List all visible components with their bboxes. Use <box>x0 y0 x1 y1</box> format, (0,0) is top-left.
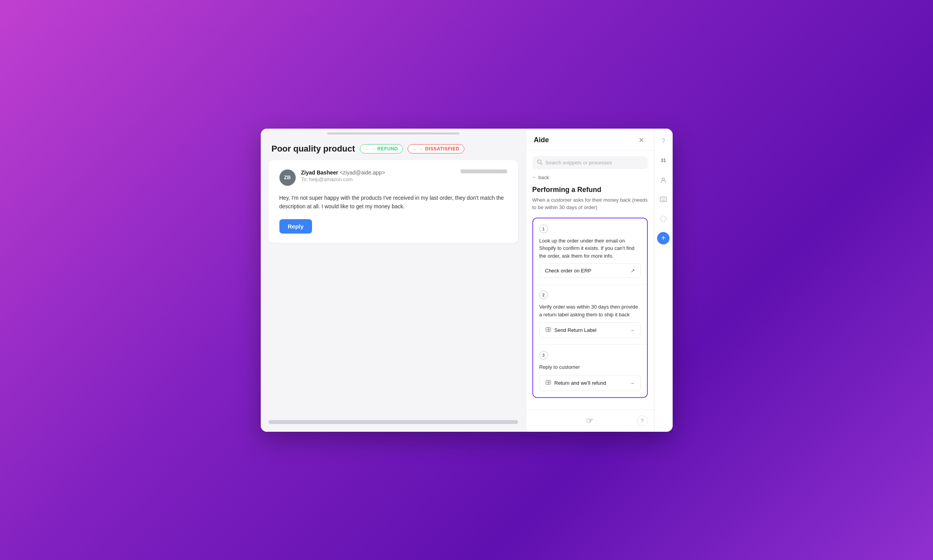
to-address: help@amazon.com <box>309 176 352 182</box>
close-button[interactable]: ✕ <box>637 136 646 145</box>
step-1-desc: Look up the order under their email on S… <box>539 237 641 260</box>
help-sidebar-icon[interactable]: ? <box>657 135 670 147</box>
sender-info: Ziyad Basheer <ziyad@aide.app> To: help@… <box>301 169 385 182</box>
step-3-number: 3 <box>539 351 548 359</box>
reply-button[interactable]: Reply <box>279 219 312 234</box>
dissatisfied-badge: ... → DISSATISFIED <box>408 144 464 154</box>
sender-name-text: Ziyad Basheer <box>301 169 338 176</box>
sender-email: <ziyad@aide.app> <box>340 169 385 176</box>
aide-footer: ☞ ? <box>526 410 654 432</box>
refund-badge: ... → REFUND <box>360 144 403 154</box>
main-window: Poor quality product ... → REFUND ... → … <box>261 129 673 432</box>
sender-name: Ziyad Basheer <ziyad@aide.app> <box>301 169 385 176</box>
step-2-action-left: Send Return Label <box>545 326 596 334</box>
search-icon <box>537 159 542 166</box>
svg-point-11 <box>661 216 666 222</box>
footer-help-button[interactable]: ? <box>637 415 648 426</box>
step-3-desc: Reply to customer <box>539 363 641 371</box>
aide-title: Aide <box>534 136 549 144</box>
sender-to: To: help@amazon.com <box>301 176 385 182</box>
calendar-sidebar-icon[interactable]: 31 <box>657 154 670 167</box>
contact-sidebar-icon[interactable] <box>657 174 670 186</box>
svg-rect-5 <box>660 197 666 202</box>
email-body: Hey, I'm not super happy with the produc… <box>279 194 507 211</box>
step-2-action-label: Send Return Label <box>555 327 596 333</box>
badge-dots-refund: ... <box>365 147 369 151</box>
search-bar[interactable]: Search snippets or processes <box>532 156 648 169</box>
step-divider-2 <box>533 344 647 345</box>
step-2-number: 2 <box>539 291 548 299</box>
step-1-action-label: Check order on ERP <box>545 268 591 274</box>
step-2: 2 Verify order was within 30 days then p… <box>539 291 641 338</box>
email-card: ZB Ziyad Basheer <ziyad@aide.app> To: he… <box>269 160 518 243</box>
steps-container: 1 Look up the order under their email on… <box>532 218 648 398</box>
to-label: To: <box>301 176 308 182</box>
step-3-action[interactable]: Return and we'll refund → <box>539 375 641 391</box>
step-2-arrow-icon: → <box>630 327 635 333</box>
email-header: ZB Ziyad Basheer <ziyad@aide.app> To: he… <box>279 169 507 186</box>
process-title: Performing a Refund <box>532 186 648 194</box>
back-arrow-icon: ← <box>532 174 537 180</box>
cursor-icon: ☞ <box>586 416 594 426</box>
step-3-action-label: Return and we'll refund <box>555 380 606 386</box>
add-sidebar-button[interactable]: + <box>657 232 670 244</box>
back-link[interactable]: ← back <box>532 174 648 180</box>
aide-content: ← back Performing a Refund When a custom… <box>526 174 654 410</box>
keyboard-sidebar-icon[interactable] <box>657 193 670 206</box>
left-header: Poor quality product ... → REFUND ... → … <box>261 134 526 160</box>
aide-panel: Aide ✕ Search snippets or processes ← ba… <box>526 129 654 432</box>
left-panel: Poor quality product ... → REFUND ... → … <box>261 129 526 432</box>
badge-refund-label: REFUND <box>377 146 398 152</box>
loading-sidebar-icon[interactable] <box>657 213 670 225</box>
step-1-external-icon: ↗ <box>631 268 635 274</box>
aide-header: Aide ✕ <box>526 129 654 151</box>
title-row: Poor quality product ... → REFUND ... → … <box>272 144 515 154</box>
badge-arrow-refund: → <box>371 147 375 151</box>
badge-dots-dissatisfied: ... <box>413 147 417 151</box>
step-3-action-left: Return and we'll refund <box>545 379 606 387</box>
left-bottom-bar <box>269 420 518 424</box>
avatar: ZB <box>279 169 296 186</box>
page-title: Poor quality product <box>272 144 355 154</box>
email-timestamp <box>460 169 507 173</box>
back-label: back <box>539 174 549 180</box>
step-2-action-icon <box>545 326 551 334</box>
step-2-action[interactable]: Send Return Label → <box>539 322 641 338</box>
svg-line-1 <box>541 163 542 164</box>
step-3: 3 Reply to customer Return and we'll ref… <box>539 351 641 391</box>
search-placeholder: Search snippets or processes <box>546 160 612 166</box>
svg-point-4 <box>662 178 664 180</box>
badge-dissatisfied-label: DISSATISFIED <box>425 146 459 152</box>
badge-arrow-dissatisfied: → <box>419 147 423 151</box>
step-3-action-icon <box>545 379 551 387</box>
step-3-arrow-icon: → <box>630 380 635 386</box>
step-divider-1 <box>533 284 647 284</box>
process-desc: When a customer asks for their money bac… <box>532 196 648 211</box>
step-2-desc: Verify order was within 30 days then pro… <box>539 303 641 318</box>
step-1-action[interactable]: Check order on ERP ↗ <box>539 263 641 278</box>
scroll-bar-area <box>261 129 526 134</box>
right-sidebar: ? 31 + <box>654 129 673 432</box>
step-1: 1 Look up the order under their email on… <box>539 225 641 278</box>
email-sender-row: ZB Ziyad Basheer <ziyad@aide.app> To: he… <box>279 169 385 186</box>
step-1-number: 1 <box>539 225 548 233</box>
